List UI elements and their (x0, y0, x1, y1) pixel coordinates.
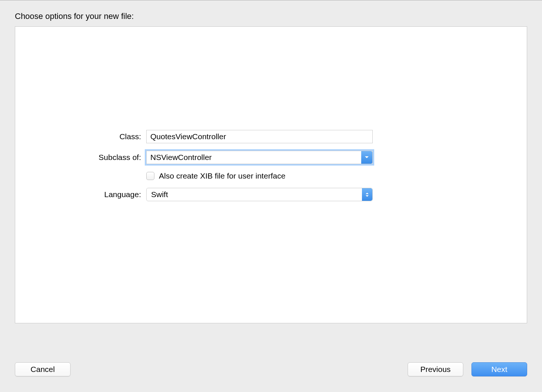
form-area: Class: Subclass of: Also create XIB file… (15, 130, 527, 209)
subclass-row: Subclass of: (30, 151, 512, 164)
xib-checkbox-label: Also create XIB file for user interface (159, 172, 285, 180)
class-row: Class: (30, 130, 512, 143)
chevron-down-icon (365, 156, 369, 159)
subclass-input[interactable] (147, 151, 361, 164)
cancel-button[interactable]: Cancel (15, 362, 71, 376)
right-buttons: Previous Next (408, 362, 527, 376)
button-bar: Cancel Previous Next (15, 362, 527, 376)
class-label: Class: (30, 132, 146, 141)
next-button[interactable]: Next (471, 362, 527, 376)
chevron-up-icon (365, 192, 369, 195)
language-row: Language: Swift (30, 188, 512, 201)
xib-checkbox[interactable] (146, 172, 154, 180)
chevron-down-icon (365, 195, 369, 197)
previous-button[interactable]: Previous (408, 362, 463, 376)
subclass-combo[interactable] (146, 151, 373, 164)
dialog-title: Choose options for your new file: (0, 3, 542, 26)
class-input[interactable] (146, 130, 373, 143)
language-popup[interactable]: Swift (146, 188, 373, 201)
content-panel: Class: Subclass of: Also create XIB file… (15, 26, 527, 323)
new-file-dialog: Choose options for your new file: Class:… (0, 0, 542, 392)
subclass-dropdown-button[interactable] (361, 151, 372, 164)
class-input-wrap (146, 130, 373, 143)
language-value: Swift (147, 188, 362, 201)
language-popup-button[interactable] (362, 188, 372, 201)
subclass-label: Subclass of: (30, 153, 146, 162)
xib-checkbox-row: Also create XIB file for user interface (146, 172, 512, 180)
language-label: Language: (30, 190, 146, 199)
left-buttons: Cancel (15, 362, 71, 376)
